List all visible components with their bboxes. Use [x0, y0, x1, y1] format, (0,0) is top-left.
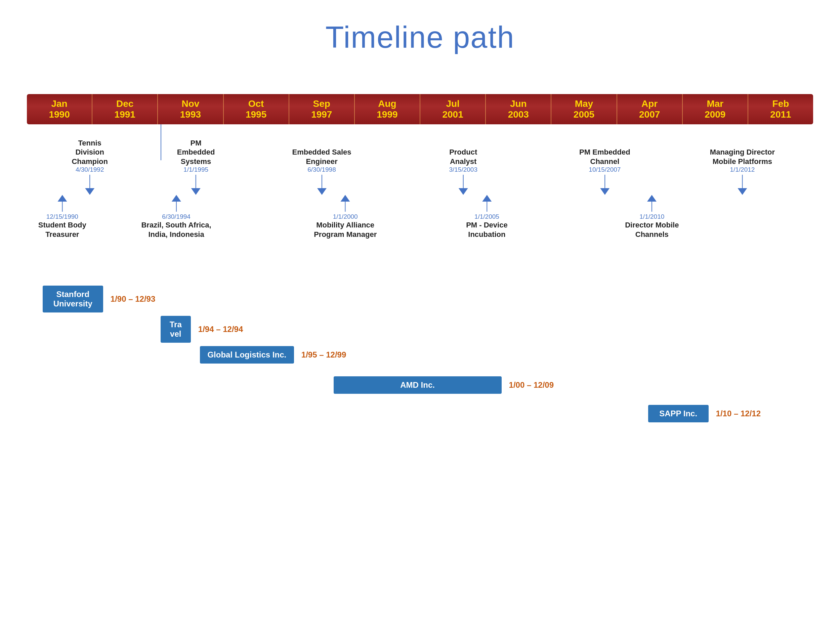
director-mobile-arrow: [647, 195, 657, 202]
brazil-arrow: [172, 195, 181, 202]
above-embedded-sales: Embedded SalesEngineer 6/30/1998: [292, 147, 351, 195]
seg-month-9: May: [575, 98, 593, 109]
brazil-title: Brazil, South Africa,India, Indonesia: [141, 220, 211, 239]
seg-year-9: 2005: [573, 109, 594, 120]
student-body-arrow: [57, 195, 67, 202]
seg-oct-1995: Oct 1995: [224, 94, 289, 124]
seg-year-6: 1999: [377, 109, 398, 120]
tennis-connector: [89, 175, 90, 188]
mobility-connector: [345, 202, 346, 212]
seg-month-4: Oct: [248, 98, 264, 109]
student-body-date: 12/15/1990: [38, 213, 86, 220]
seg-year-8: 2003: [508, 109, 529, 120]
org-sapp: SAPP Inc. 1/10 – 12/12: [648, 405, 761, 422]
pm-device-date: 1/1/2005: [466, 213, 508, 220]
seg-month-3: Nov: [182, 98, 199, 109]
seg-month-8: Jun: [510, 98, 527, 109]
embedded-sales-title: Embedded SalesEngineer: [292, 147, 351, 166]
managing-director-date: 1/1/2012: [710, 166, 775, 174]
product-analyst-arrow: [459, 188, 468, 195]
seg-jan-1990: Jan 1990: [27, 94, 92, 124]
seg-month-7: Jul: [446, 98, 459, 109]
tennis-title: TennisDivisionChampion: [71, 139, 108, 166]
below-director-mobile: 1/1/2010 Director MobileChannels: [625, 195, 679, 239]
seg-month-5: Sep: [313, 98, 330, 109]
pm-embedded-connector: [196, 175, 196, 188]
pm-channel-connector: [605, 175, 605, 188]
managing-director-title: Managing DirectorMobile Platforms: [710, 147, 775, 166]
seg-sep-1997: Sep 1997: [289, 94, 355, 124]
above-managing-director: Managing DirectorMobile Platforms 1/1/20…: [710, 147, 775, 195]
global-dates: 1/95 – 12/99: [302, 350, 346, 360]
seg-year-3: 1993: [180, 109, 201, 120]
travel-bar: Travel: [161, 316, 191, 343]
stanford-dates: 1/90 – 12/93: [111, 294, 155, 304]
brazil-date: 6/30/1994: [141, 213, 211, 220]
seg-may-2005: May 2005: [551, 94, 617, 124]
org-global: Global Logistics Inc. 1/95 – 12/99: [200, 346, 346, 363]
pm-device-arrow: [482, 195, 491, 202]
seg-year-4: 1995: [246, 109, 267, 120]
org-amd: AMD Inc. 1/00 – 12/09: [334, 376, 554, 394]
seg-month-10: Apr: [641, 98, 658, 109]
above-pm-embedded: PMEmbeddedSystems 1/1/1995: [177, 139, 215, 195]
product-analyst-date: 3/15/2003: [449, 166, 477, 174]
seg-nov-1993: Nov 1993: [158, 94, 223, 124]
travel-dates: 1/94 – 12/94: [198, 325, 243, 334]
director-mobile-date: 1/1/2010: [625, 213, 679, 220]
below-pm-device: 1/1/2005 PM - DeviceIncubation: [466, 195, 508, 239]
managing-director-arrow: [737, 188, 747, 195]
director-mobile-connector: [652, 202, 652, 212]
seg-year-5: 1997: [311, 109, 332, 120]
embedded-sales-date: 6/30/1998: [292, 166, 351, 174]
pm-channel-arrow: [600, 188, 609, 195]
seg-year-11: 2009: [704, 109, 725, 120]
sapp-dates: 1/10 – 12/12: [716, 409, 761, 418]
global-bar: Global Logistics Inc.: [200, 346, 294, 363]
seg-mar-2009: Mar 2009: [683, 94, 748, 124]
amd-dates: 1/00 – 12/09: [509, 381, 554, 390]
pm-channel-title: PM EmbeddedChannel: [579, 147, 630, 166]
mobility-arrow: [341, 195, 350, 202]
embedded-sales-arrow: [317, 188, 326, 195]
sapp-bar: SAPP Inc.: [648, 405, 709, 422]
pm-device-title: PM - DeviceIncubation: [466, 220, 508, 239]
seg-feb-2011: Feb 2011: [748, 94, 813, 124]
mobility-title: Mobility AllianceProgram Manager: [314, 220, 377, 239]
org-travel: Travel 1/94 – 12/94: [161, 316, 243, 343]
seg-month-12: Feb: [772, 98, 789, 109]
student-body-title: Student BodyTreasurer: [38, 220, 86, 239]
seg-jun-2003: Jun 2003: [486, 94, 551, 124]
below-mobility: 1/1/2000 Mobility AllianceProgram Manage…: [314, 195, 377, 239]
above-tennis: TennisDivisionChampion 4/30/1992: [71, 139, 108, 195]
pm-channel-date: 10/15/2007: [579, 166, 630, 174]
below-brazil: 6/30/1994 Brazil, South Africa,India, In…: [141, 195, 211, 239]
director-mobile-title: Director MobileChannels: [625, 220, 679, 239]
timeline-bar: Jan 1990 Dec 1991 Nov 1993 Oct 1995 Sep …: [27, 94, 813, 124]
managing-director-connector: [742, 175, 742, 188]
pm-device-connector: [486, 202, 487, 212]
page-title: Timeline path: [0, 0, 840, 55]
pm-embedded-title: PMEmbeddedSystems: [177, 139, 215, 166]
seg-month-6: Aug: [378, 98, 396, 109]
product-analyst-connector: [463, 175, 464, 188]
seg-month-1: Jan: [51, 98, 67, 109]
seg-aug-1999: Aug 1999: [355, 94, 420, 124]
stanford-bar: StanfordUniversity: [43, 286, 103, 313]
seg-year-12: 2011: [770, 109, 791, 120]
seg-apr-2007: Apr 2007: [617, 94, 683, 124]
seg-year-2: 1991: [115, 109, 136, 120]
seg-year-1: 1990: [49, 109, 69, 120]
tennis-arrow: [85, 188, 95, 195]
pm-embedded-arrow: [191, 188, 201, 195]
org-stanford: StanfordUniversity 1/90 – 12/93: [43, 286, 155, 313]
seg-jul-2001: Jul 2001: [420, 94, 486, 124]
above-pm-channel: PM EmbeddedChannel 10/15/2007: [579, 147, 630, 195]
amd-bar: AMD Inc.: [334, 376, 502, 394]
seg-month-2: Dec: [116, 98, 133, 109]
seg-year-10: 2007: [639, 109, 660, 120]
brazil-connector: [176, 202, 177, 212]
seg-year-7: 2001: [442, 109, 463, 120]
pm-embedded-date: 1/1/1995: [177, 166, 215, 174]
seg-dec-1991: Dec 1991: [92, 94, 158, 124]
